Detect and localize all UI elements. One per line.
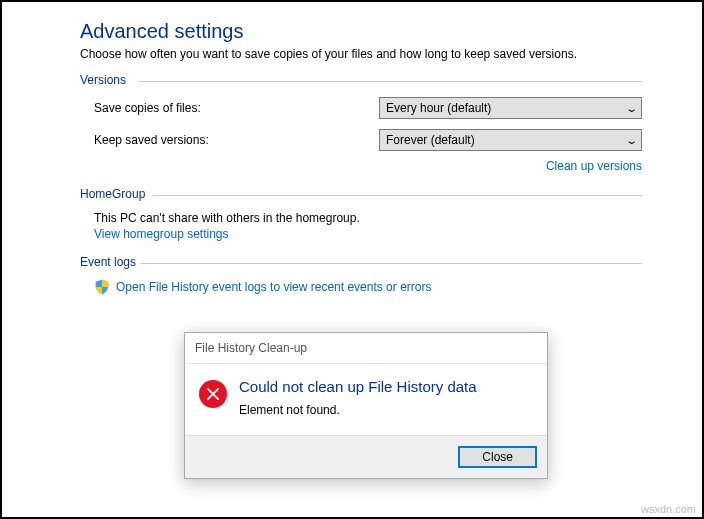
save-copies-value: Every hour (default) (386, 101, 491, 115)
row-save-copies: Save copies of files: Every hour (defaul… (94, 97, 642, 119)
section-header-versions: Versions (80, 73, 642, 89)
window-frame: Advanced settings Choose how often you w… (0, 0, 704, 519)
section-versions: Save copies of files: Every hour (defaul… (80, 97, 642, 173)
keep-versions-dropdown[interactable]: Forever (default) ⌄ (379, 129, 642, 151)
keep-versions-label: Keep saved versions: (94, 133, 379, 147)
content-area: Advanced settings Choose how often you w… (2, 2, 702, 295)
section-header-homegroup: HomeGroup (80, 187, 642, 203)
homegroup-text: This PC can't share with others in the h… (94, 211, 642, 225)
dialog-footer: Close (185, 435, 547, 478)
save-copies-label: Save copies of files: (94, 101, 379, 115)
watermark: wsxdn.com (641, 503, 696, 515)
close-button[interactable]: Close (458, 446, 537, 468)
section-eventlogs: Open File History event logs to view rec… (80, 279, 642, 295)
dialog-headline: Could not clean up File History data (239, 378, 477, 395)
cleanup-versions-link[interactable]: Clean up versions (546, 159, 642, 173)
row-keep-versions: Keep saved versions: Forever (default) ⌄ (94, 129, 642, 151)
error-icon (199, 380, 227, 408)
keep-versions-value: Forever (default) (386, 133, 475, 147)
page-description: Choose how often you want to save copies… (80, 47, 642, 61)
save-copies-dropdown[interactable]: Every hour (default) ⌄ (379, 97, 642, 119)
shield-icon (94, 279, 110, 295)
chevron-down-icon: ⌄ (625, 103, 638, 114)
chevron-down-icon: ⌄ (625, 135, 638, 146)
open-eventlogs-link[interactable]: Open File History event logs to view rec… (116, 280, 431, 294)
section-homegroup: This PC can't share with others in the h… (80, 211, 642, 241)
view-homegroup-link[interactable]: View homegroup settings (94, 227, 229, 241)
error-dialog: File History Clean-up Could not clean up… (184, 332, 548, 479)
page-title: Advanced settings (80, 20, 642, 43)
section-header-eventlogs: Event logs (80, 255, 642, 271)
dialog-title: File History Clean-up (185, 333, 547, 364)
dialog-message: Element not found. (239, 403, 477, 417)
